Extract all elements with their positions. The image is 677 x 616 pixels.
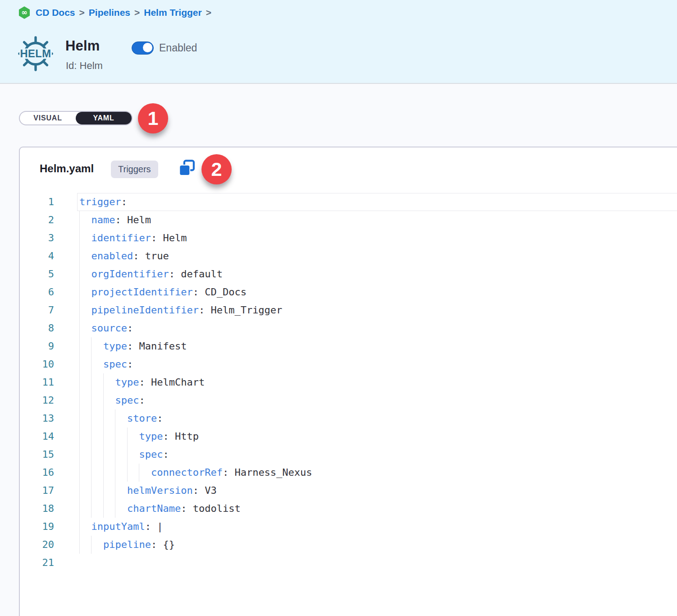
code-line[interactable]: type: Manifest: [79, 337, 677, 355]
line-number: 6: [20, 283, 54, 301]
copy-icon: [178, 159, 197, 178]
tab-yaml[interactable]: YAML: [76, 112, 132, 124]
breadcrumb-separator: >: [206, 7, 211, 18]
line-number: 15: [20, 446, 54, 464]
trigger-id: Id: Helm: [66, 60, 103, 72]
annotation-badge-2: 2: [201, 154, 232, 184]
line-number: 21: [20, 554, 54, 572]
line-number: 18: [20, 500, 54, 518]
code-line[interactable]: pipelineIdentifier: Helm_Trigger: [79, 301, 677, 319]
line-number: 12: [20, 391, 54, 409]
code-line[interactable]: spec:: [79, 391, 677, 409]
breadcrumb: ∞ CD Docs>Pipelines>Helm Trigger>: [18, 6, 215, 19]
line-number: 19: [20, 518, 54, 536]
annotation-badge-1: 1: [138, 103, 168, 133]
yaml-editor[interactable]: 1trigger:2 name: Helm3 identifier: Helm4…: [20, 193, 677, 616]
copy-button[interactable]: [178, 159, 197, 178]
line-number: 13: [20, 409, 54, 428]
enabled-toggle[interactable]: [132, 41, 154, 55]
toggle-knob: [143, 43, 152, 52]
code-line[interactable]: chartName: todolist: [79, 500, 677, 518]
page-title: Helm: [65, 38, 100, 54]
code-line[interactable]: helmVersion: V3: [79, 482, 677, 500]
line-number: 14: [20, 428, 54, 446]
line-number: 4: [20, 247, 54, 265]
code-line[interactable]: type: HelmChart: [79, 373, 677, 391]
breadcrumb-link[interactable]: Helm Trigger: [144, 7, 201, 18]
code-line[interactable]: spec:: [79, 355, 677, 373]
code-line[interactable]: orgIdentifier: default: [79, 265, 677, 283]
line-number: 9: [20, 337, 54, 355]
line-number: 10: [20, 355, 54, 373]
helm-logo: HELM: [17, 35, 54, 72]
line-number: 1: [20, 193, 54, 211]
line-number: 3: [20, 229, 54, 247]
code-line[interactable]: pipeline: {}: [79, 536, 677, 554]
line-number: 8: [20, 319, 54, 337]
code-line[interactable]: identifier: Helm: [79, 229, 677, 247]
line-number: 5: [20, 265, 54, 283]
code-line[interactable]: name: Helm: [79, 211, 677, 229]
code-line[interactable]: enabled: true: [79, 247, 677, 265]
code-line[interactable]: inputYaml: |: [79, 518, 677, 536]
line-number: 16: [20, 464, 54, 482]
line-number: 7: [20, 301, 54, 319]
breadcrumb-separator: >: [79, 7, 85, 18]
breadcrumb-links: CD Docs>Pipelines>Helm Trigger>: [36, 7, 215, 18]
breadcrumb-link[interactable]: CD Docs: [36, 7, 75, 18]
triggers-badge: Triggers: [111, 161, 158, 178]
code-line[interactable]: type: Http: [79, 428, 677, 446]
file-name: Helm.yaml: [40, 162, 94, 175]
enabled-label: Enabled: [159, 42, 197, 54]
line-number: 20: [20, 536, 54, 554]
tab-visual[interactable]: VISUAL: [20, 112, 76, 124]
code-line[interactable]: spec:: [79, 446, 677, 464]
code-line[interactable]: source:: [79, 319, 677, 337]
line-number: 2: [20, 211, 54, 229]
page-header: ∞ CD Docs>Pipelines>Helm Trigger> HELM H…: [0, 0, 677, 84]
breadcrumb-link[interactable]: Pipelines: [89, 7, 130, 18]
svg-text:∞: ∞: [21, 8, 27, 17]
code-line[interactable]: projectIdentifier: CD_Docs: [79, 283, 677, 301]
view-switch: VISUAL YAML: [19, 111, 133, 125]
harness-cd-icon[interactable]: ∞: [18, 6, 31, 19]
code-line[interactable]: store:: [79, 409, 677, 428]
line-number: 11: [20, 373, 54, 391]
breadcrumb-separator: >: [134, 7, 140, 18]
helm-logo-text: HELM: [20, 47, 51, 60]
code-line[interactable]: trigger:: [79, 193, 677, 211]
line-number: 17: [20, 482, 54, 500]
code-line[interactable]: connectorRef: Harness_Nexus: [79, 464, 677, 482]
